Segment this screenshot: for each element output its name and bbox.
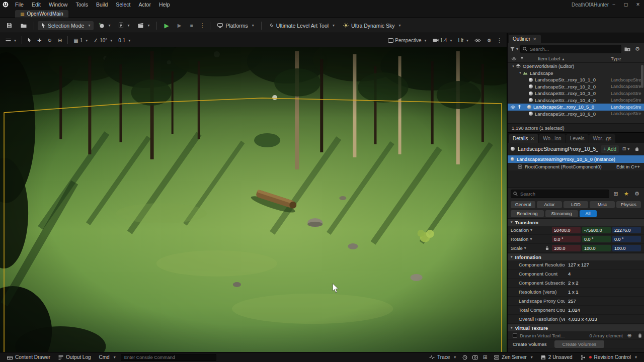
details-display-icon[interactable]: ⊞ <box>612 190 620 198</box>
menu-window[interactable]: Window <box>45 1 71 9</box>
outliner-scrollbar[interactable] <box>641 65 643 88</box>
component-row-instance-selected[interactable]: LandscapeStreamingProxy_10_5_0 (Instance… <box>508 155 644 163</box>
close-icon[interactable]: ✕ <box>531 136 535 141</box>
menu-edit[interactable]: Edit <box>28 1 45 9</box>
row-pin-icon[interactable] <box>516 103 522 111</box>
stop-button[interactable]: ■ <box>186 21 196 30</box>
grid-snap-dropdown[interactable]: ▦ 1 <box>71 37 90 44</box>
viewport-options-icon[interactable] <box>3 37 19 44</box>
info-value[interactable]: 4 <box>565 271 571 277</box>
viewport-settings-icon[interactable]: ⚙ <box>485 37 494 44</box>
filter-general[interactable]: General <box>511 201 535 208</box>
dynamic-sky-dropdown[interactable]: Ultra Dynamic Sky <box>340 21 404 30</box>
rotate-tool-icon[interactable]: ↻ <box>45 37 54 44</box>
tab-world-partition[interactable]: Wo...ion <box>539 134 566 143</box>
filter-streaming[interactable]: Streaming <box>545 210 578 217</box>
output-log-button[interactable]: Output Log <box>55 353 94 361</box>
filter-rendering[interactable]: Rendering <box>511 210 544 217</box>
content-drawer-button[interactable]: Content Drawer <box>4 353 53 361</box>
create-volumes-button[interactable]: Create Volumes <box>554 340 605 348</box>
details-view-options-icon[interactable]: ⊞ <box>622 145 630 153</box>
menu-tools[interactable]: Tools <box>71 1 92 9</box>
tab-details[interactable]: Details ✕ <box>509 134 538 143</box>
add-actor-dropdown[interactable] <box>95 21 114 30</box>
edit-in-cpp-link[interactable]: Edit in C++ <box>616 164 640 169</box>
scale-tool-icon[interactable]: ⊞ <box>55 37 64 44</box>
filter-all[interactable]: All <box>580 210 597 217</box>
screenshot-icon[interactable] <box>471 353 479 361</box>
frame-skip-button[interactable]: ▶ <box>174 21 185 30</box>
menu-select[interactable]: Select <box>112 1 134 9</box>
editor-layout-icon[interactable]: ⊞ <box>481 353 489 361</box>
component-row-root[interactable]: RootComponent (RootComponent0) Edit in C… <box>508 163 644 170</box>
camera-speed-dropdown[interactable]: 1.4 <box>430 37 455 44</box>
scale-snap-dropdown[interactable]: 0.1 <box>116 37 133 44</box>
filter-misc[interactable]: Misc <box>590 201 614 208</box>
menu-build[interactable]: Build <box>92 1 112 9</box>
tab-levels[interactable]: Levels <box>566 134 589 143</box>
info-value[interactable]: 4,033 x 4,033 <box>565 316 597 322</box>
location-label[interactable]: Location <box>511 227 550 233</box>
trace-button[interactable]: Trace <box>426 353 459 361</box>
details-search-input[interactable] <box>511 190 609 198</box>
level-tab-openworldmain[interactable]: ▦ OpenWorldMain <box>15 10 68 18</box>
select-tool-icon[interactable] <box>25 37 34 44</box>
platforms-dropdown[interactable]: Platforms <box>214 21 257 30</box>
details-settings-icon[interactable]: ⚙ <box>633 190 641 198</box>
outliner-row-proxy[interactable]: LandscapeStr...roxy_10_1_0 LandscapeStre <box>508 76 644 83</box>
visibility-column-eye-icon[interactable] <box>510 55 518 63</box>
outliner-row-world[interactable]: ▾ OpenWorldMain (Editor) <box>508 63 644 70</box>
outliner-search-input[interactable] <box>520 45 621 53</box>
outliner-row-proxy-selected[interactable]: LandscapeStr...roxy_10_5_0 LandscapeStre <box>508 104 644 111</box>
scale-lock-icon[interactable] <box>544 244 550 252</box>
outliner-row-proxy[interactable]: LandscapeStr...roxy_10_3_0 LandscapeStre <box>508 90 644 97</box>
insights-icon[interactable] <box>461 353 469 361</box>
rotation-snap-dropdown[interactable]: ∠ 10° <box>91 37 115 44</box>
scale-y-field[interactable]: 100.0 <box>582 245 611 251</box>
details-lock-icon[interactable] <box>633 145 641 153</box>
tab-outliner[interactable]: Outliner ✕ <box>509 35 541 43</box>
info-value[interactable]: 1,024 <box>565 307 580 313</box>
unreal-logo-icon[interactable] <box>0 2 11 8</box>
pin-column-icon[interactable] <box>518 55 526 63</box>
show-flags-icon[interactable] <box>472 37 484 44</box>
filter-actor[interactable]: Actor <box>537 201 561 208</box>
save-button[interactable] <box>3 21 16 30</box>
outliner-settings-icon[interactable]: ⚙ <box>633 45 641 53</box>
location-z-field[interactable]: 22276.0 <box>612 227 641 233</box>
outliner-row-proxy[interactable]: LandscapeStr...roxy_10_4_0 LandscapeStre <box>508 97 644 104</box>
cinematics-dropdown[interactable] <box>134 22 153 30</box>
revision-control-button[interactable]: Revision Control <box>578 353 640 361</box>
info-value[interactable]: 1 x 1 <box>565 289 579 295</box>
play-options-icon[interactable]: ⋮ <box>198 22 206 29</box>
scale-z-field[interactable]: 100.0 <box>612 245 641 251</box>
move-tool-icon[interactable]: ✚ <box>35 37 44 44</box>
filter-lod[interactable]: LOD <box>564 201 588 208</box>
favorites-star-icon[interactable]: ★ <box>622 190 630 198</box>
outliner-row-proxy[interactable]: LandscapeStr...roxy_10_2_0 LandscapeStre <box>508 83 644 90</box>
type-column[interactable]: Type <box>611 56 644 61</box>
outliner-row-proxy[interactable]: LandscapeStr...roxy_10_6_0 LandscapeStre <box>508 111 644 118</box>
item-label-column[interactable]: Item Label ▲ <box>526 56 611 61</box>
console-command-input[interactable] <box>121 354 216 361</box>
view-mode-dropdown[interactable]: Lit <box>455 37 471 44</box>
info-value[interactable]: 127 x 127 <box>565 262 589 267</box>
location-y-field[interactable]: -75600.0 <box>582 227 611 233</box>
scale-label[interactable]: Scale <box>511 245 542 251</box>
content-browser-button[interactable] <box>17 22 30 30</box>
info-value[interactable]: 2 x 2 <box>565 280 579 286</box>
add-array-element-icon[interactable]: ⊕ <box>625 331 633 339</box>
section-information[interactable]: ▾Information <box>508 253 644 260</box>
selection-mode-dropdown[interactable]: Selection Mode <box>38 21 94 30</box>
unsaved-button[interactable]: 2 Unsaved <box>538 353 576 361</box>
level-art-tool-dropdown[interactable]: Ultimate Level Art Tool <box>265 21 338 30</box>
menu-actor[interactable]: Actor <box>134 1 155 9</box>
tab-world-settings[interactable]: Wor...gs <box>589 134 616 143</box>
rotation-y-field[interactable]: 0.0 ° <box>582 236 611 242</box>
minimize-button[interactable]: – <box>608 0 620 9</box>
section-virtual-texture[interactable]: ▾Virtual Texture <box>508 324 644 331</box>
play-button[interactable]: ▶ <box>160 21 172 31</box>
draw-virtual-texture-checkbox[interactable] <box>513 333 517 338</box>
location-x-field[interactable]: 50400.0 <box>552 227 581 233</box>
info-value[interactable]: 257 <box>565 298 576 304</box>
